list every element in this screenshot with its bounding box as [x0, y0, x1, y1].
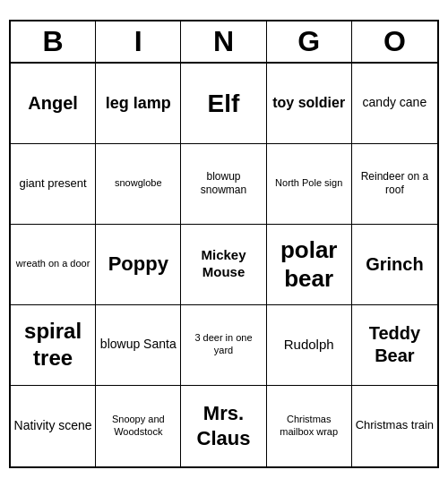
header-letter: G: [267, 21, 352, 62]
bingo-cell: Elf: [181, 64, 266, 144]
bingo-cell: Christmas train: [352, 386, 437, 466]
bingo-cell: Snoopy and Woodstock: [96, 386, 181, 466]
bingo-cell: spiral tree: [11, 305, 96, 386]
bingo-cell: Grinch: [352, 225, 437, 305]
bingo-grid: Angelleg lampElftoy soldiercandy canegia…: [11, 64, 437, 466]
bingo-cell: North Pole sign: [267, 144, 352, 225]
bingo-cell: Rudolph: [267, 305, 352, 386]
bingo-cell: Nativity scene: [11, 386, 96, 466]
bingo-cell: Christmas mailbox wrap: [267, 386, 352, 466]
bingo-cell: candy cane: [352, 64, 437, 144]
bingo-cell: blowup snowman: [181, 144, 266, 225]
header-letter: N: [181, 21, 266, 62]
bingo-cell: Angel: [11, 64, 96, 144]
bingo-cell: toy soldier: [267, 64, 352, 144]
bingo-cell: Mrs. Claus: [181, 386, 266, 466]
header-letter: B: [11, 21, 96, 62]
bingo-cell: polar bear: [267, 225, 352, 305]
bingo-cell: leg lamp: [96, 64, 181, 144]
bingo-header: BINGO: [11, 21, 437, 64]
bingo-cell: giant present: [11, 144, 96, 225]
bingo-cell: 3 deer in one yard: [181, 305, 266, 386]
header-letter: I: [96, 21, 181, 62]
bingo-cell: Mickey Mouse: [181, 225, 266, 305]
header-letter: O: [352, 21, 437, 62]
bingo-card: BINGO Angelleg lampElftoy soldiercandy c…: [9, 20, 439, 468]
bingo-cell: blowup Santa: [96, 305, 181, 386]
bingo-cell: Reindeer on a roof: [352, 144, 437, 225]
bingo-cell: wreath on a door: [11, 225, 96, 305]
bingo-cell: Poppy: [96, 225, 181, 305]
bingo-cell: snowglobe: [96, 144, 181, 225]
bingo-cell: Teddy Bear: [352, 305, 437, 386]
